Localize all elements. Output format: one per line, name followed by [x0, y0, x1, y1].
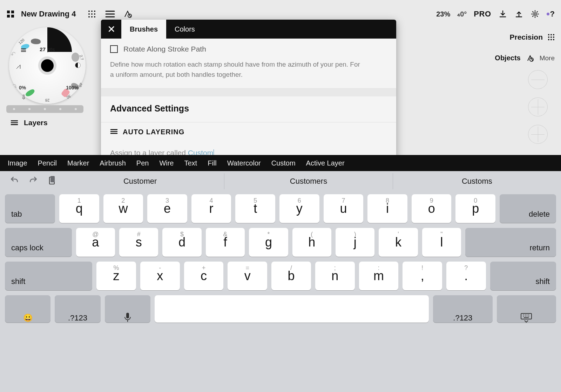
letter-key[interactable]: 5t: [235, 194, 275, 223]
svg-point-12: [94, 16, 95, 18]
letter-key[interactable]: ?.: [446, 262, 486, 290]
letter-key[interactable]: :m: [359, 262, 399, 290]
letter-key[interactable]: 0p: [455, 194, 495, 223]
svg-point-19: [550, 36, 552, 38]
shift-key[interactable]: shift: [490, 262, 556, 290]
letter-key[interactable]: 2w: [103, 194, 143, 223]
letter-key[interactable]: /b: [271, 262, 311, 290]
object-shape-icon[interactable]: [526, 54, 534, 62]
brush-swatch[interactable]: [72, 53, 79, 62]
zoom-level[interactable]: 23%: [436, 10, 450, 18]
object-thumb[interactable]: [528, 97, 548, 116]
more-link[interactable]: More: [540, 54, 555, 62]
brush-swatch[interactable]: [20, 43, 30, 50]
letter-key[interactable]: *g: [249, 228, 288, 257]
brush-wheel[interactable]: 27 pts 0% 100% 120 27 2.7 48 30 28 ⩘ ↶ ↷…: [9, 27, 86, 104]
suggestion-item[interactable]: Active Layer: [306, 159, 345, 167]
suggestion-item[interactable]: Fill: [208, 159, 217, 167]
svg-point-14: [534, 13, 536, 15]
svg-point-10: [88, 16, 90, 18]
space-key[interactable]: [155, 295, 429, 323]
category-suggestion-bar: ImagePencilMarkerAirbrushPenWireTextFill…: [0, 155, 561, 171]
close-icon[interactable]: ✕: [101, 20, 121, 39]
number-switch-key[interactable]: .?123: [55, 295, 100, 323]
hide-keyboard-key[interactable]: [497, 295, 556, 323]
gear-icon[interactable]: [530, 9, 540, 19]
upload-icon[interactable]: [514, 9, 523, 19]
pro-badge[interactable]: PRO: [474, 9, 491, 19]
letter-key[interactable]: $d: [162, 228, 201, 257]
delete-key[interactable]: delete: [500, 194, 556, 223]
redo-icon[interactable]: [29, 176, 38, 187]
apps-grid-icon[interactable]: [6, 10, 15, 18]
suggestion-item[interactable]: Pencil: [38, 159, 57, 167]
prediction-item[interactable]: Customer: [56, 173, 224, 189]
cursor-icon[interactable]: ⇩: [21, 93, 26, 101]
prediction-item[interactable]: Customers: [224, 173, 392, 189]
brush-swatch[interactable]: [25, 88, 35, 97]
mic-key[interactable]: [105, 295, 150, 323]
checkbox-icon[interactable]: [110, 45, 118, 53]
number-switch-key[interactable]: .?123: [433, 295, 492, 323]
letter-key[interactable]: %z: [96, 262, 136, 290]
letter-key[interactable]: 9o: [412, 194, 452, 223]
clipboard-icon[interactable]: [48, 176, 56, 187]
wheel-center[interactable]: [38, 56, 56, 75]
object-thumb[interactable]: [528, 125, 548, 144]
letter-key[interactable]: (h: [292, 228, 331, 257]
layers-button[interactable]: Layers: [11, 119, 48, 127]
letter-key[interactable]: 3e: [147, 194, 187, 223]
letter-key[interactable]: -x: [140, 262, 180, 290]
objects-label[interactable]: Objects: [495, 54, 520, 62]
suggestion-item[interactable]: Text: [184, 159, 197, 167]
shift-key[interactable]: shift: [5, 262, 92, 290]
rotation-angle[interactable]: ₄0°: [457, 10, 467, 18]
precision-button[interactable]: Precision: [509, 33, 555, 41]
letter-key[interactable]: 'k: [379, 228, 418, 257]
undo-icon[interactable]: [10, 176, 19, 187]
suggestion-item[interactable]: Airbrush: [100, 159, 126, 167]
suggestion-item[interactable]: Marker: [67, 159, 89, 167]
letter-key[interactable]: &f: [206, 228, 245, 257]
emoji-key[interactable]: 😀: [5, 295, 50, 323]
tab-colors[interactable]: Colors: [166, 20, 203, 39]
letter-key[interactable]: "l: [422, 228, 461, 257]
menu-dots-icon[interactable]: [88, 10, 96, 18]
letter-key[interactable]: @a: [76, 228, 115, 257]
suggestion-item[interactable]: Pen: [136, 159, 149, 167]
auto-layering-row[interactable]: AUTO LAYERING: [101, 122, 396, 142]
tab-brushes[interactable]: Brushes: [121, 20, 166, 39]
letter-key[interactable]: =v: [228, 262, 267, 290]
document-title[interactable]: New Drawing 4: [21, 9, 76, 19]
page-dots[interactable]: [6, 105, 83, 113]
prediction-item[interactable]: Customs: [393, 173, 561, 189]
brush-settings-panel: ✕ Brushes Colors Rotate Along Stroke Pat…: [101, 20, 396, 167]
shape-tool-icon[interactable]: [123, 10, 133, 18]
letter-key[interactable]: 7u: [324, 194, 364, 223]
caps-lock-key[interactable]: caps lock: [5, 228, 72, 257]
help-icon[interactable]: ?: [547, 9, 555, 19]
tab-key[interactable]: tab: [5, 194, 55, 223]
download-icon[interactable]: [498, 9, 507, 19]
return-key[interactable]: return: [465, 228, 556, 257]
rotate-checkbox-row[interactable]: Rotate Along Stroke Path: [101, 39, 396, 58]
stroke-lines-icon[interactable]: [105, 10, 115, 18]
letter-key[interactable]: 6y: [279, 194, 319, 223]
undo-arrow-icon[interactable]: ↶: [9, 50, 17, 59]
checkbox-label: Rotate Along Stroke Path: [123, 45, 206, 53]
suggestion-item[interactable]: Wire: [159, 159, 174, 167]
letter-key[interactable]: 1q: [59, 194, 99, 223]
brush-swatch[interactable]: [31, 39, 41, 44]
letter-key[interactable]: ;n: [315, 262, 355, 290]
letter-key[interactable]: )j: [336, 228, 374, 257]
letter-key[interactable]: 8i: [367, 194, 407, 223]
suggestion-item[interactable]: Custom: [271, 159, 296, 167]
letter-key[interactable]: +c: [184, 262, 224, 290]
letter-key[interactable]: 4r: [191, 194, 231, 223]
letter-key[interactable]: #s: [119, 228, 158, 257]
suggestion-item[interactable]: Image: [8, 159, 27, 167]
letter-key[interactable]: !,: [403, 262, 442, 290]
svg-point-16: [550, 34, 552, 35]
suggestion-item[interactable]: Watercolor: [227, 159, 261, 167]
object-thumb[interactable]: [528, 70, 548, 89]
